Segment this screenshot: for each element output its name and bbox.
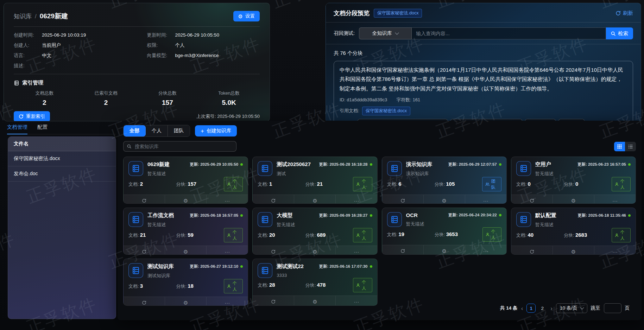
card-more-button[interactable]: ··· — [594, 246, 636, 255]
kb-card-main: 默认配置 更新: 2025-06-18 11:35:46 暂无描述 — [535, 212, 631, 228]
field-value: 2025-06-29 10:05:50 — [175, 32, 219, 38]
card-settings-button[interactable]: ⚙ — [553, 246, 594, 255]
jump-page-input[interactable] — [604, 303, 621, 313]
kb-card-chunks: 分块:157 — [176, 181, 224, 188]
refresh-button[interactable]: 刷新 — [615, 10, 633, 17]
card-settings-button[interactable]: ⚙ — [553, 195, 594, 204]
kb-card-updated-text: 更新: 2025-06-09 16:28:27 — [319, 213, 367, 218]
card-more-button[interactable]: ··· — [207, 246, 248, 255]
card-reindex-button[interactable] — [382, 195, 424, 204]
index-stats: 文档总数 2 已索引文档 2 分块总数 157 Token总数 5.0K — [14, 90, 260, 107]
kb-card-desc: 暂无描述 — [535, 222, 631, 228]
card-reindex-button[interactable] — [124, 297, 165, 306]
kb-card-body: 测试20250627 更新: 2025-06-28 16:18:28 测试 — [253, 157, 377, 177]
prev-page-button[interactable]: ‹ — [521, 305, 523, 311]
kb-card[interactable]: 大模型 更新: 2025-06-09 16:28:27 暂无描述 文档:20 分… — [252, 208, 377, 255]
kb-type-badge: 个人 — [224, 279, 243, 293]
kb-card-updated-text: 更新: 2025-06-27 19:12:10 — [190, 264, 238, 269]
card-reindex-button[interactable] — [253, 246, 294, 255]
field-label: 权限: — [147, 42, 175, 49]
gear-icon: ⚙ — [442, 198, 446, 203]
grid-view-button[interactable] — [614, 142, 625, 151]
next-page-button[interactable]: › — [550, 305, 553, 311]
card-reindex-button[interactable] — [253, 296, 294, 306]
card-reindex-button[interactable] — [511, 195, 553, 204]
retrieve-button[interactable]: 检索 — [606, 27, 633, 39]
kb-filter-tab[interactable]: 团队 — [168, 125, 190, 137]
kb-card[interactable]: 演示知识库 更新: 2025-06-29 12:07:57 演示知识库 文档:6… — [382, 157, 507, 204]
refresh-icon — [530, 198, 534, 203]
card-reindex-button[interactable] — [124, 195, 165, 204]
knowledge-base-icon — [516, 161, 531, 176]
kb-card-footer: ⚙ ··· — [511, 246, 636, 255]
reindex-button[interactable]: 重新索引 — [14, 111, 50, 121]
list-view-button[interactable] — [625, 142, 636, 151]
breadcrumb-root[interactable]: 知识库 — [14, 13, 32, 20]
kb-search-input[interactable] — [134, 144, 233, 150]
settings-button[interactable]: ⚙ 设置 — [233, 11, 260, 21]
doc-tab[interactable]: 配置 — [37, 124, 48, 134]
kb-card[interactable]: OCR 更新: 2025-06-24 20:34:22 暂无描述 文档:19 分… — [382, 208, 507, 255]
kb-search-box[interactable] — [123, 141, 236, 152]
card-reindex-button[interactable] — [253, 195, 294, 204]
card-settings-button[interactable]: ⚙ — [165, 195, 207, 204]
card-settings-button[interactable]: ⚙ — [424, 245, 465, 255]
card-reindex-button[interactable] — [382, 245, 424, 255]
kb-card-body: 空用户 更新: 2025-06-23 16:57:05 暂无描述 — [511, 157, 636, 177]
ref-doc-chip[interactable]: 保守国家秘密法.docx — [362, 107, 410, 115]
person-icon — [356, 283, 360, 287]
kb-card[interactable]: 空用户 更新: 2025-06-23 16:57:05 暂无描述 文档:0 分块… — [511, 157, 636, 204]
kb-info-field: 语言: 中文 — [14, 52, 144, 59]
kb-card-main: 测试测试22 更新: 2025-06-16 17:07:30 3333 — [277, 263, 372, 278]
doc-tab[interactable]: 文档管理 — [7, 124, 27, 134]
kb-card[interactable]: 0629新建 更新: 2025-06-29 10:05:50 暂无描述 文档:2… — [123, 157, 248, 204]
file-row[interactable]: 发布会.doc — [8, 166, 116, 182]
kb-card[interactable]: 测试测试22 更新: 2025-06-16 17:07:30 3333 文档:2… — [252, 259, 377, 306]
file-name: 保守国家秘密法.docx — [14, 156, 60, 161]
segment-card: 中华人民共和国保守国家秘密法实施条例（2014年1月17日中华人民共和国国务院令… — [334, 61, 633, 123]
card-more-button[interactable]: ··· — [207, 297, 248, 306]
card-settings-button[interactable]: ⚙ — [294, 195, 336, 204]
recall-test-row: 召回测试: 全知识库 检索 — [334, 27, 633, 39]
card-more-button[interactable]: ··· — [336, 296, 377, 306]
kb-card[interactable]: 默认配置 更新: 2025-06-18 11:35:46 暂无描述 文档:40 … — [511, 208, 636, 255]
card-more-button[interactable]: ··· — [207, 195, 248, 204]
card-settings-button[interactable]: ⚙ — [424, 195, 465, 204]
page-number[interactable]: 2 — [538, 304, 547, 313]
query-input[interactable] — [412, 27, 606, 39]
card-more-button[interactable]: ··· — [594, 195, 636, 204]
kb-detail-panel: 知识库/ 0629新建 ⚙ 设置 创建时间: 2025-06-29 10:03:… — [4, 3, 270, 121]
card-settings-button[interactable]: ⚙ — [165, 246, 207, 255]
card-reindex-button[interactable] — [124, 246, 165, 255]
card-reindex-button[interactable] — [511, 246, 553, 255]
kb-card-main: 测试知识库 更新: 2025-06-27 19:12:10 测试知识库 — [147, 263, 243, 279]
card-more-button[interactable]: ··· — [336, 246, 377, 255]
kb-card[interactable]: 测试知识库 更新: 2025-06-27 19:12:10 测试知识库 文档:3… — [123, 259, 248, 306]
kb-card[interactable]: 测试20250627 更新: 2025-06-28 16:18:28 测试 文档… — [252, 157, 377, 204]
scope-select[interactable]: 全知识库 — [359, 27, 412, 39]
grid-icon — [617, 144, 622, 149]
stat-value: 157 — [137, 99, 198, 107]
kb-filter-tab[interactable]: 全部 — [124, 125, 146, 137]
card-more-button[interactable]: ··· — [336, 195, 377, 204]
kb-card-top: 空用户 更新: 2025-06-23 16:57:05 — [535, 161, 631, 168]
kb-filter-label: 全部 — [130, 128, 139, 133]
index-stat: 文档总数 2 — [14, 90, 75, 107]
card-more-button[interactable]: ··· — [465, 195, 506, 204]
card-settings-button[interactable]: ⚙ — [165, 297, 207, 306]
page-size-select[interactable]: 10 条/页 — [556, 303, 587, 313]
card-settings-button[interactable]: ⚙ — [294, 246, 336, 255]
file-row[interactable]: 保守国家秘密法.docx — [8, 151, 116, 166]
card-settings-button[interactable]: ⚙ — [294, 296, 336, 306]
kb-filter-group: 全部个人团队 — [123, 125, 190, 137]
kb-card-stats: 文档:1 分块:21 个人 — [253, 177, 377, 191]
card-more-button[interactable]: ··· — [465, 245, 506, 255]
stat-value: 2 — [75, 99, 137, 107]
kb-type-badge-label: 个人 — [362, 178, 369, 190]
knowledge-base-icon — [516, 212, 531, 227]
field-label: 创建人: — [14, 42, 42, 49]
create-kb-button[interactable]: + 创建知识库 — [195, 125, 237, 137]
page-number[interactable]: 1 — [526, 304, 536, 313]
kb-card[interactable]: 工作流文档 更新: 2025-06-18 16:57:05 暂无描述 文档:21… — [123, 208, 248, 255]
kb-filter-tab[interactable]: 个人 — [146, 125, 168, 137]
